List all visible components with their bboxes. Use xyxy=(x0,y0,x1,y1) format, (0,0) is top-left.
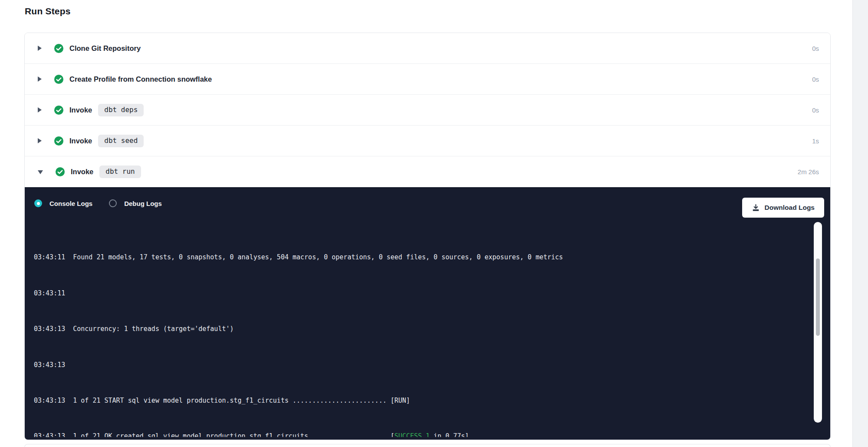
console-logs-label: Console Logs xyxy=(49,200,92,207)
step-row[interactable]: Create Profile from Connection snowflake… xyxy=(25,64,830,95)
success-check-icon xyxy=(55,167,65,177)
success-check-icon xyxy=(54,105,64,115)
expand-caret-icon[interactable] xyxy=(38,107,42,113)
log-success-status: SUCCESS 1 xyxy=(395,432,430,437)
debug-logs-radio[interactable]: Debug Logs xyxy=(109,199,162,207)
log-line: 03:43:11Found 21 models, 17 tests, 0 sna… xyxy=(34,253,809,262)
step-duration: 2m 26s xyxy=(798,168,819,175)
download-icon xyxy=(752,204,760,212)
log-scrollbar-track[interactable] xyxy=(814,222,822,423)
step-rows: Clone Git Repository 0s Create Profile f… xyxy=(25,33,830,187)
step-label: Invoke xyxy=(69,137,92,145)
expand-caret-icon[interactable] xyxy=(38,46,42,51)
log-message-tail: in 0.77s] xyxy=(430,432,469,437)
log-viewport[interactable]: 03:43:11Found 21 models, 17 tests, 0 sna… xyxy=(34,217,809,437)
run-steps-card: Clone Git Repository 0s Create Profile f… xyxy=(24,33,831,440)
step-command-badge: dbt seed xyxy=(98,135,144,147)
step-duration: 0s xyxy=(812,45,819,52)
step-duration: 0s xyxy=(812,76,819,83)
radio-selected-icon[interactable] xyxy=(34,199,42,207)
radio-unselected-icon[interactable] xyxy=(109,199,117,207)
log-scrollbar-thumb[interactable] xyxy=(816,258,820,336)
step-label: Invoke xyxy=(69,106,92,114)
success-check-icon xyxy=(54,136,64,146)
log-timestamp: 03:43:13 xyxy=(34,432,65,437)
console-logs-radio[interactable]: Console Logs xyxy=(34,199,92,207)
log-timestamp: 03:43:13 xyxy=(34,397,65,404)
step-command-badge: dbt run xyxy=(99,166,141,178)
log-timestamp: 03:43:13 xyxy=(34,325,65,333)
step-row[interactable]: Invoke dbt deps 0s xyxy=(25,95,830,126)
step-label: Invoke xyxy=(71,168,93,176)
log-message: 1 of 21 START sql view model production.… xyxy=(73,397,410,404)
step-row[interactable]: Invoke dbt run 2m 26s xyxy=(25,156,830,187)
page-title: Run Steps xyxy=(25,6,71,17)
expand-caret-icon[interactable] xyxy=(38,138,42,143)
download-logs-button[interactable]: Download Logs xyxy=(742,198,824,218)
step-duration: 0s xyxy=(812,106,819,114)
log-tabs: Console Logs Debug Logs xyxy=(34,199,162,207)
log-timestamp: 03:43:13 xyxy=(34,361,65,369)
log-timestamp: 03:43:11 xyxy=(34,289,65,297)
log-line: 03:43:131 of 21 OK created sql view mode… xyxy=(34,432,809,437)
log-line: 03:43:13 xyxy=(34,361,809,370)
log-message: 1 of 21 OK created sql view model produc… xyxy=(73,432,395,437)
download-logs-label: Download Logs xyxy=(765,204,815,212)
step-label: Clone Git Repository xyxy=(69,44,141,53)
next-step-card-stub xyxy=(24,444,831,447)
expand-caret-icon[interactable] xyxy=(38,170,43,174)
success-check-icon xyxy=(54,74,64,84)
log-timestamp: 03:43:11 xyxy=(34,253,65,261)
log-message: Concurrency: 1 threads (target='default'… xyxy=(73,325,233,333)
debug-logs-label: Debug Logs xyxy=(124,200,162,207)
log-line: 03:43:11 xyxy=(34,289,809,298)
success-check-icon xyxy=(54,43,64,53)
log-message: Found 21 models, 17 tests, 0 snapshots, … xyxy=(73,253,563,261)
log-line: 03:43:13Concurrency: 1 threads (target='… xyxy=(34,324,809,334)
step-duration: 1s xyxy=(812,137,819,145)
right-gutter xyxy=(852,0,868,447)
step-row[interactable]: Clone Git Repository 0s xyxy=(25,33,830,64)
step-command-badge: dbt deps xyxy=(98,104,144,116)
step-row[interactable]: Invoke dbt seed 1s xyxy=(25,126,830,156)
logs-panel: Console Logs Debug Logs Download Logs 03… xyxy=(25,187,830,440)
step-label: Create Profile from Connection snowflake xyxy=(69,75,212,83)
log-line: 03:43:131 of 21 START sql view model pro… xyxy=(34,396,809,405)
expand-caret-icon[interactable] xyxy=(38,76,42,82)
